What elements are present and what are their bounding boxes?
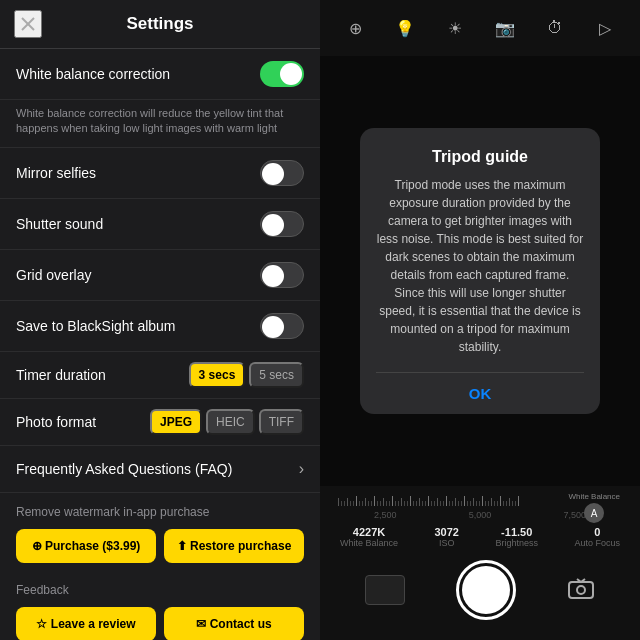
camera-area: Tripod guide Tripod mode uses the maximu… (320, 56, 640, 486)
shutter-button[interactable] (456, 560, 516, 620)
iso-value: 3072 (435, 526, 459, 538)
chevron-right-icon: › (299, 460, 304, 478)
format-jpeg[interactable]: JPEG (150, 409, 202, 435)
wb-value: 4227K (340, 526, 398, 538)
faq-label: Frequently Asked Questions (FAQ) (16, 461, 232, 477)
af-value: 0 (574, 526, 620, 538)
wb-label: White Balance (340, 538, 398, 548)
photo-thumbnail[interactable] (365, 575, 405, 605)
watermark-section-header: Remove watermark in-app purchase (0, 493, 320, 525)
purchase-button[interactable]: ⊕ Purchase ($3.99) (16, 529, 156, 563)
grid-overlay-row: Grid overlay (0, 250, 320, 301)
timer-icon[interactable]: ⏱ (541, 14, 569, 42)
photo-format-row: Photo format JPEG HEIC TIFF (0, 399, 320, 446)
bottom-bar: White Balance A 2,500 5,000 7,500 4227K … (320, 486, 640, 640)
flip-camera-icon[interactable] (567, 576, 595, 605)
timer-row: Timer duration 3 secs 5 secs (0, 352, 320, 399)
timer-label: Timer duration (16, 367, 106, 383)
mirror-selfies-row: Mirror selfies (0, 148, 320, 199)
white-balance-badge: A (584, 503, 604, 523)
tick-group (338, 496, 519, 506)
timer-segment: 3 secs 5 secs (189, 362, 304, 388)
contact-us-button[interactable]: ✉ Contact us (164, 607, 304, 640)
modal-overlay: Tripod guide Tripod mode uses the maximu… (320, 56, 640, 486)
sun-icon[interactable]: ☀ (441, 14, 469, 42)
iso-label: ISO (435, 538, 459, 548)
white-balance-label: White balance correction (16, 66, 170, 82)
tripod-guide-modal: Tripod guide Tripod mode uses the maximu… (360, 128, 600, 414)
format-segment: JPEG HEIC TIFF (150, 409, 304, 435)
svg-point-3 (577, 586, 585, 594)
mirror-selfies-toggle[interactable] (260, 160, 304, 186)
timeline-area: White Balance A (330, 492, 630, 510)
bulb-icon[interactable]: 💡 (391, 14, 419, 42)
camera-panel: ⊕ 💡 ☀ 📷 ⏱ ▷ Tripod guide Tripod mode use… (320, 0, 640, 640)
settings-icon[interactable]: ▷ (591, 14, 619, 42)
close-button[interactable] (14, 10, 42, 38)
compass-icon[interactable]: ⊕ (341, 14, 369, 42)
faq-row[interactable]: Frequently Asked Questions (FAQ) › (0, 446, 320, 493)
white-balance-badge-label: White Balance (568, 492, 620, 501)
settings-scroll[interactable]: White balance correction White balance c… (0, 49, 320, 640)
modal-ok-button[interactable]: OK (376, 373, 584, 414)
stat-iso: 3072 ISO (435, 526, 459, 548)
modal-title: Tripod guide (376, 148, 584, 166)
shutter-sound-label: Shutter sound (16, 216, 103, 232)
white-balance-description: White balance correction will reduce the… (0, 100, 320, 148)
restore-purchase-button[interactable]: ⬆ Restore purchase (164, 529, 304, 563)
white-balance-row: White balance correction (0, 49, 320, 100)
leave-review-button[interactable]: ☆ Leave a review (16, 607, 156, 640)
mirror-selfies-label: Mirror selfies (16, 165, 96, 181)
grid-overlay-toggle[interactable] (260, 262, 304, 288)
top-icon-bar: ⊕ 💡 ☀ 📷 ⏱ ▷ (320, 0, 640, 56)
stat-white-balance: 4227K White Balance (340, 526, 398, 548)
feedback-section-header: Feedback (0, 571, 320, 603)
format-tiff[interactable]: TIFF (259, 409, 304, 435)
settings-panel: Settings White balance correction White … (0, 0, 320, 640)
camera-controls (330, 552, 630, 634)
stats-row: 4227K White Balance 3072 ISO -11.50 Brig… (330, 522, 630, 552)
timer-3secs[interactable]: 3 secs (189, 362, 246, 388)
format-heic[interactable]: HEIC (206, 409, 255, 435)
af-label: Auto Focus (574, 538, 620, 548)
header: Settings (0, 0, 320, 49)
purchase-row: ⊕ Purchase ($3.99) ⬆ Restore purchase (0, 525, 320, 571)
camera-mode-icon[interactable]: 📷 (491, 14, 519, 42)
shutter-inner (462, 566, 510, 614)
white-balance-badge-area: White Balance A (568, 492, 620, 523)
brightness-label: Brightness (495, 538, 538, 548)
settings-title: Settings (126, 14, 193, 34)
save-album-toggle[interactable] (260, 313, 304, 339)
timeline-label-2500: 2,500 (374, 510, 397, 520)
timer-5secs[interactable]: 5 secs (249, 362, 304, 388)
brightness-value: -11.50 (495, 526, 538, 538)
white-balance-toggle[interactable] (260, 61, 304, 87)
svg-rect-2 (569, 582, 593, 598)
grid-overlay-label: Grid overlay (16, 267, 91, 283)
stat-autofocus: 0 Auto Focus (574, 526, 620, 548)
stat-brightness: -11.50 Brightness (495, 526, 538, 548)
photo-format-label: Photo format (16, 414, 96, 430)
shutter-sound-row: Shutter sound (0, 199, 320, 250)
shutter-sound-toggle[interactable] (260, 211, 304, 237)
save-album-label: Save to BlackSight album (16, 318, 176, 334)
save-album-row: Save to BlackSight album (0, 301, 320, 352)
timeline-label-5000: 5,000 (469, 510, 492, 520)
feedback-row: ☆ Leave a review ✉ Contact us (0, 603, 320, 640)
modal-body: Tripod mode uses the maximum exposure du… (376, 176, 584, 356)
